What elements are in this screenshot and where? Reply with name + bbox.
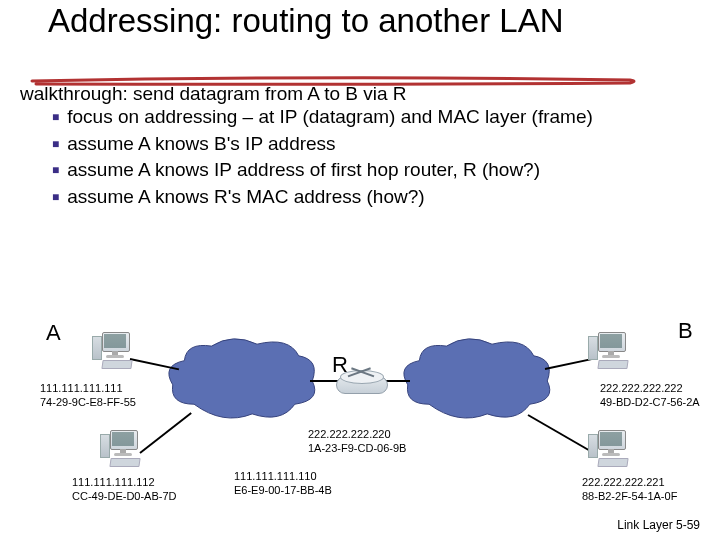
- bullet-item: assume A knows IP address of first hop r…: [67, 158, 540, 183]
- addr-b2: 222.222.222.221 88-B2-2F-54-1A-0F: [582, 476, 677, 504]
- mac-text: CC-49-DE-D0-AB-7D: [72, 490, 177, 504]
- mac-text: 74-29-9C-E8-FF-55: [40, 396, 136, 410]
- ip-text: 222.222.222.221: [582, 476, 677, 490]
- host-icon: [588, 430, 632, 470]
- node-label-a: A: [46, 320, 61, 346]
- host-icon: [100, 430, 144, 470]
- lan-cloud-left: [165, 335, 320, 425]
- bullet-list: ■focus on addressing – at IP (datagram) …: [52, 105, 692, 212]
- addr-r-right: 222.222.222.220 1A-23-F9-CD-06-9B: [308, 428, 406, 456]
- ip-text: 111.111.111.112: [72, 476, 177, 490]
- host-icon: [92, 332, 136, 372]
- intro-text: walkthrough: send datagram from A to B v…: [20, 83, 407, 105]
- addr-a: 111.111.111.111 74-29-9C-E8-FF-55: [40, 382, 136, 410]
- bullet-item: assume A knows B's IP address: [67, 132, 335, 157]
- mac-text: 49-BD-D2-C7-56-2A: [600, 396, 700, 410]
- slide-title: Addressing: routing to another LAN: [48, 2, 668, 40]
- title-underline: [30, 72, 650, 82]
- slide-footer: Link Layer 5-59: [617, 518, 700, 532]
- ip-text: 222.222.222.220: [308, 428, 406, 442]
- addr-a2: 111.111.111.112 CC-49-DE-D0-AB-7D: [72, 476, 177, 504]
- mac-text: E6-E9-00-17-BB-4B: [234, 484, 332, 498]
- addr-r-left: 111.111.111.110 E6-E9-00-17-BB-4B: [234, 470, 332, 498]
- ip-text: 111.111.111.111: [40, 382, 136, 396]
- node-label-b: B: [678, 318, 693, 344]
- bullet-square-icon: ■: [52, 132, 59, 156]
- router-icon: [336, 370, 386, 396]
- mac-text: 88-B2-2F-54-1A-0F: [582, 490, 677, 504]
- mac-text: 1A-23-F9-CD-06-9B: [308, 442, 406, 456]
- link-line: [528, 414, 590, 451]
- bullet-square-icon: ■: [52, 185, 59, 209]
- lan-cloud-right: [400, 335, 555, 425]
- host-icon: [588, 332, 632, 372]
- bullet-square-icon: ■: [52, 105, 59, 129]
- ip-text: 222.222.222.222: [600, 382, 700, 396]
- bullet-square-icon: ■: [52, 158, 59, 182]
- network-diagram: A B R 111.111.111.111 74-29-9C-E8-FF-55: [0, 280, 720, 520]
- bullet-item: assume A knows R's MAC address (how?): [67, 185, 424, 210]
- ip-text: 111.111.111.110: [234, 470, 332, 484]
- bullet-item: focus on addressing – at IP (datagram) a…: [67, 105, 593, 130]
- addr-b: 222.222.222.222 49-BD-D2-C7-56-2A: [600, 382, 700, 410]
